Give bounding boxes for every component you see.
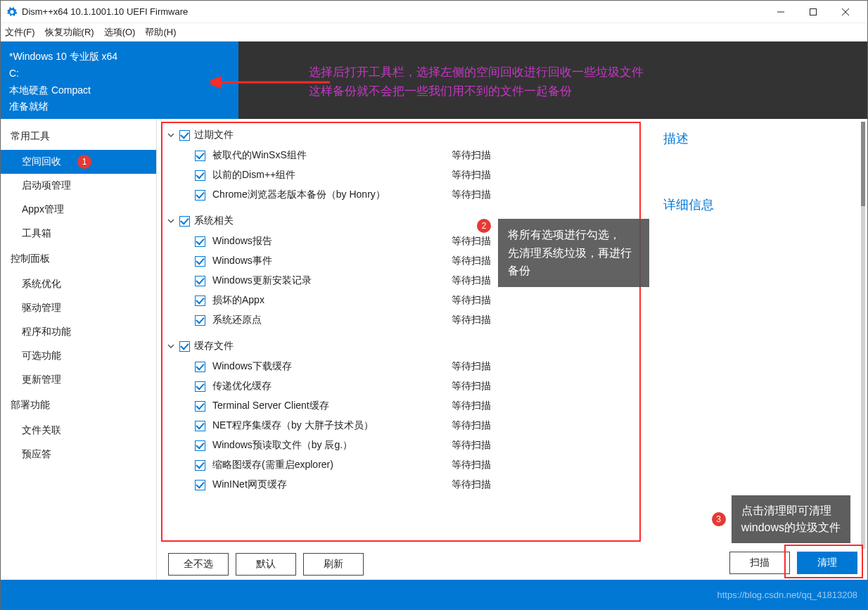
sidebar-item[interactable]: Appx管理 <box>1 198 156 222</box>
menubar: 文件(F) 恢复功能(R) 选项(O) 帮助(H) <box>1 23 867 42</box>
cleanup-item[interactable]: Windows预读取文件（by 辰g.）等待扫描 <box>167 436 646 455</box>
item-checkbox[interactable] <box>195 381 205 392</box>
sidebar-item[interactable]: 预应答 <box>1 443 156 466</box>
item-checkbox[interactable] <box>195 401 205 412</box>
maximize-button[interactable] <box>797 1 829 23</box>
group-title: 过期文件 <box>194 129 234 141</box>
titlebar: Dism++x64 10.1.1001.10 UEFI Firmware <box>1 1 867 23</box>
item-checkbox[interactable] <box>195 362 205 372</box>
cleanup-item[interactable]: 损坏的Appx等待扫描 <box>167 291 646 310</box>
sidebar-item[interactable]: 空间回收1 <box>1 150 156 174</box>
sidebar-group: 控制面板 <box>1 246 156 272</box>
cleanup-item[interactable]: NET程序集缓存（by 大胖子技术员）等待扫描 <box>167 416 646 436</box>
item-checkbox[interactable] <box>195 315 205 326</box>
cleanup-item[interactable]: 被取代的WinSxS组件等待扫描 <box>167 146 646 165</box>
item-checkbox[interactable] <box>195 236 205 247</box>
sidebar-item[interactable]: 文件关联 <box>1 419 156 443</box>
cleanup-item[interactable]: Terminal Server Client缓存等待扫描 <box>167 396 646 416</box>
item-name: Windows预读取文件（by 辰g.） <box>212 439 445 452</box>
info-strip: *Windows 10 专业版 x64 C: 本地硬盘 Compact 准备就绪… <box>1 42 867 119</box>
menu-options[interactable]: 选项(O) <box>104 26 136 39</box>
scrollbar[interactable] <box>861 122 865 549</box>
os-name: *Windows 10 专业版 x64 <box>9 49 230 65</box>
os-status: 准备就绪 <box>9 99 230 115</box>
sidebar-item[interactable]: 启动项管理 <box>1 174 156 198</box>
minimize-button[interactable] <box>765 1 797 23</box>
annotation-badge-2: 2 <box>477 219 491 233</box>
item-checkbox[interactable] <box>195 480 205 490</box>
item-name: WinINet网页缓存 <box>212 478 445 491</box>
item-name: Windows事件 <box>212 255 445 267</box>
group-checkbox[interactable] <box>179 341 190 352</box>
cleanup-item[interactable]: WinINet网页缓存等待扫描 <box>167 475 646 495</box>
close-button[interactable] <box>829 1 862 23</box>
scan-button[interactable]: 扫描 <box>729 552 790 574</box>
item-checkbox[interactable] <box>195 151 205 161</box>
item-status: 等待扫描 <box>452 314 491 326</box>
item-status: 等待扫描 <box>452 189 491 201</box>
group-checkbox[interactable] <box>179 130 190 141</box>
item-checkbox[interactable] <box>195 296 205 306</box>
annotation-top-text: 选择后打开工具栏，选择左侧的空间回收进行回收一些垃圾文件 这样备份就不会把一些我… <box>309 63 644 101</box>
item-status: 等待扫描 <box>452 380 491 393</box>
cleanup-item[interactable]: 传递优化缓存等待扫描 <box>167 376 646 396</box>
clean-button[interactable]: 清理 <box>797 552 857 574</box>
sidebar-item[interactable]: 程序和功能 <box>1 320 156 344</box>
description-heading: 描述 <box>663 130 853 147</box>
sidebar: 常用工具空间回收1启动项管理Appx管理工具箱控制面板系统优化驱动管理程序和功能… <box>1 119 157 580</box>
menu-file[interactable]: 文件(F) <box>5 26 35 39</box>
annotation-3: 3 点击清理即可清理 windows的垃圾文件 <box>712 495 850 543</box>
menu-recover[interactable]: 恢复功能(R) <box>45 26 94 39</box>
item-checkbox[interactable] <box>195 170 205 181</box>
sidebar-group: 常用工具 <box>1 123 156 150</box>
group-title: 系统相关 <box>194 215 234 227</box>
item-status: 等待扫描 <box>452 149 491 162</box>
item-name: 损坏的Appx <box>212 294 445 307</box>
collapse-icon[interactable] <box>167 342 175 350</box>
item-checkbox[interactable] <box>195 276 205 286</box>
sidebar-item[interactable]: 更新管理 <box>1 368 156 392</box>
sidebar-item[interactable]: 工具箱 <box>1 222 156 246</box>
collapse-icon[interactable] <box>167 131 175 139</box>
item-status: 等待扫描 <box>452 400 491 412</box>
item-name: 缩略图缓存(需重启explorer) <box>212 459 445 471</box>
annotation-badge-1: 1 <box>77 155 91 169</box>
os-drive: C: <box>9 65 230 82</box>
detail-heading: 详细信息 <box>663 196 853 213</box>
item-status: 等待扫描 <box>452 294 491 307</box>
group-checkbox[interactable] <box>179 216 190 227</box>
cleanup-item[interactable]: Chrome浏览器老版本备份（by Honry）等待扫描 <box>167 185 646 205</box>
collapse-icon[interactable] <box>167 217 175 225</box>
cleanup-item[interactable]: 系统还原点等待扫描 <box>167 310 646 330</box>
cleanup-group-header[interactable]: 过期文件 <box>167 125 646 146</box>
sidebar-item[interactable]: 驱动管理 <box>1 296 156 320</box>
item-name: Windows报告 <box>212 235 445 248</box>
item-name: Chrome浏览器老版本备份（by Honry） <box>212 189 445 201</box>
sidebar-item[interactable]: 可选功能 <box>1 344 156 368</box>
item-name: Terminal Server Client缓存 <box>212 400 445 412</box>
item-checkbox[interactable] <box>195 256 205 267</box>
deselect-all-button[interactable]: 全不选 <box>168 553 229 576</box>
item-checkbox[interactable] <box>195 460 205 471</box>
refresh-button[interactable]: 刷新 <box>303 553 364 576</box>
default-button[interactable]: 默认 <box>236 553 296 576</box>
item-name: Windows更新安装记录 <box>212 274 445 287</box>
os-disk: 本地硬盘 Compact <box>9 82 230 99</box>
item-status: 等待扫描 <box>452 439 491 452</box>
cleanup-item[interactable]: 缩略图缓存(需重启explorer)等待扫描 <box>167 455 646 475</box>
item-name: 以前的Dism++组件 <box>212 169 445 182</box>
item-checkbox[interactable] <box>195 421 205 431</box>
menu-help[interactable]: 帮助(H) <box>145 26 176 39</box>
annotation-badge-3: 3 <box>712 512 726 526</box>
sidebar-item[interactable]: 系统优化 <box>1 272 156 296</box>
cleanup-item[interactable]: Windows下载缓存等待扫描 <box>167 357 646 376</box>
watermark: https://blog.csdn.net/qq_41813208 <box>717 590 858 600</box>
cleanup-group-header[interactable]: 缓存文件 <box>167 336 646 357</box>
item-name: NET程序集缓存（by 大胖子技术员） <box>212 419 445 432</box>
window-title: Dism++x64 10.1.1001.10 UEFI Firmware <box>22 6 765 17</box>
item-checkbox[interactable] <box>195 190 205 201</box>
os-info-panel[interactable]: *Windows 10 专业版 x64 C: 本地硬盘 Compact 准备就绪 <box>1 42 238 119</box>
statusbar: https://blog.csdn.net/qq_41813208 <box>1 580 867 609</box>
item-checkbox[interactable] <box>195 440 205 451</box>
cleanup-item[interactable]: 以前的Dism++组件等待扫描 <box>167 165 646 185</box>
